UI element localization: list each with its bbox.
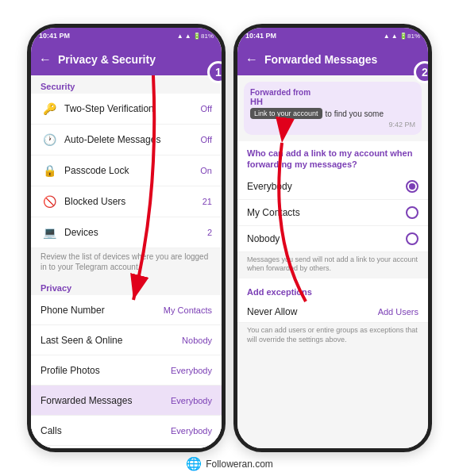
screen-content-1: Security 🔑 Two-Step Verification Off 🕐 A… <box>31 75 222 448</box>
two-step-icon: 🔑 <box>40 100 58 117</box>
badge-1: 1 <box>207 61 226 83</box>
header-title-2: Forwarded Messages <box>264 53 420 66</box>
list-item-phone[interactable]: Phone Number My Contacts <box>31 295 222 325</box>
radio-note: Messages you send will not add a link to… <box>237 252 428 278</box>
status-bar-1: 10:41 PM ▲ ▲ 🔋81% <box>31 28 222 44</box>
list-item-passcode[interactable]: 🔒 Passcode Lock On <box>31 155 222 186</box>
radio-everybody[interactable]: Everybody <box>237 174 428 200</box>
lastseen-value: Nobody <box>182 336 212 345</box>
radio-everybody-label: Everybody <box>247 181 406 192</box>
forwarded-preview: Forwarded from HH Link to your account t… <box>244 82 422 135</box>
radio-nobody-label: Nobody <box>247 233 406 244</box>
link-chip: Link to your account <box>250 108 322 119</box>
add-users-button[interactable]: Add Users <box>378 307 418 317</box>
security-note: Review the list of devices where you are… <box>31 248 222 277</box>
header-title-1: Privacy & Security <box>58 53 214 66</box>
forwarded-from-name: HH <box>250 97 415 106</box>
calls-label: Calls <box>40 425 171 436</box>
question-label: Who can add a link to my account when fo… <box>237 141 428 174</box>
watermark: 🌐 Followeran.com <box>186 456 273 471</box>
radio-options: Everybody My Contacts Nobody <box>237 174 428 252</box>
passcode-value: On <box>200 166 212 175</box>
status-time-1: 10:41 PM <box>39 32 70 40</box>
devices-value: 2 <box>207 228 212 237</box>
radio-nobody-circle <box>406 232 418 245</box>
forwarded-msg-row: Link to your account to find you some <box>250 108 415 119</box>
forwarded-text: to find you some <box>326 109 384 118</box>
main-container: 1 10:41 PM ▲ ▲ 🔋81% ← Privacy & Security… <box>0 0 459 476</box>
blocked-value: 21 <box>202 197 212 206</box>
radio-nobody[interactable]: Nobody <box>237 226 428 252</box>
blocked-icon: 🚫 <box>40 193 58 210</box>
profilephotos-label: Profile Photos <box>40 365 171 376</box>
autodelete-icon: 🕐 <box>40 131 58 148</box>
radio-mycontacts[interactable]: My Contacts <box>237 200 428 226</box>
exceptions-label: Add exceptions <box>247 287 312 297</box>
exceptions-section: Add exceptions <box>237 278 428 301</box>
status-time-2: 10:41 PM <box>245 32 276 40</box>
phone-1: 1 10:41 PM ▲ ▲ 🔋81% ← Privacy & Security… <box>27 24 226 452</box>
lastseen-label: Last Seen & Online <box>40 335 182 346</box>
never-allow-label: Never Allow <box>247 306 297 317</box>
list-item-forwarded[interactable]: Forwarded Messages Everybody <box>31 386 222 416</box>
profilephotos-value: Everybody <box>171 366 212 375</box>
phone-value: My Contacts <box>164 305 212 315</box>
exceptions-note: You can add users or entire groups as ex… <box>237 323 428 349</box>
phone-label: Phone Number <box>40 305 164 316</box>
screen-content-2: Forwarded from HH Link to your account t… <box>237 75 428 448</box>
blocked-label: Blocked Users <box>64 196 202 207</box>
calls-value: Everybody <box>171 426 212 436</box>
passcode-icon: 🔒 <box>40 162 58 179</box>
globe-icon: 🌐 <box>186 456 202 471</box>
radio-everybody-circle <box>406 180 418 193</box>
forwarded-label: Forwarded Messages <box>40 395 171 406</box>
devices-label: Devices <box>64 227 207 238</box>
list-item-blocked[interactable]: 🚫 Blocked Users 21 <box>31 186 222 217</box>
status-bar-2: 10:41 PM ▲ ▲ 🔋81% <box>237 28 428 44</box>
forwarded-from-label: Forwarded from <box>250 88 415 97</box>
list-item-two-step[interactable]: 🔑 Two-Step Verification Off <box>31 94 222 125</box>
radio-mycontacts-label: My Contacts <box>247 207 406 218</box>
devices-icon: 💻 <box>40 224 58 241</box>
privacy-items: Phone Number My Contacts Last Seen & Onl… <box>31 295 222 448</box>
security-items: 🔑 Two-Step Verification Off 🕐 Auto-Delet… <box>31 94 222 248</box>
two-step-label: Two-Step Verification <box>64 103 201 114</box>
radio-mycontacts-circle <box>406 206 418 219</box>
list-item-calls[interactable]: Calls Everybody <box>31 416 222 446</box>
forwarded-value: Everybody <box>171 396 212 405</box>
status-icons-2: ▲ ▲ 🔋81% <box>384 33 420 40</box>
list-item-devices[interactable]: 💻 Devices 2 <box>31 217 222 248</box>
section-label-security: Security <box>31 75 222 94</box>
passcode-label: Passcode Lock <box>64 165 200 176</box>
exceptions-row[interactable]: Never Allow Add Users <box>237 301 428 323</box>
two-step-value: Off <box>201 104 212 113</box>
list-item-dob[interactable]: Date of Birth My Contacts <box>31 446 222 448</box>
msg-time: 9:42 PM <box>250 121 415 129</box>
list-item-autodelete[interactable]: 🕐 Auto-Delete Messages Off <box>31 125 222 155</box>
section-label-privacy: Privacy <box>31 277 222 295</box>
back-button-1[interactable]: ← <box>39 52 52 67</box>
badge-2: 2 <box>414 61 432 83</box>
autodelete-value: Off <box>201 135 212 144</box>
list-item-profilephotos[interactable]: Profile Photos Everybody <box>31 355 222 386</box>
watermark-text: Followeran.com <box>206 459 273 470</box>
phone-2: 2 10:41 PM ▲ ▲ 🔋81% ← Forwarded Messages… <box>233 24 432 452</box>
status-icons-1: ▲ ▲ 🔋81% <box>177 33 214 40</box>
app-header-1: ← Privacy & Security <box>31 44 222 75</box>
list-item-lastseen[interactable]: Last Seen & Online Nobody <box>31 325 222 355</box>
back-button-2[interactable]: ← <box>245 52 258 67</box>
app-header-2: ← Forwarded Messages <box>237 44 428 75</box>
autodelete-label: Auto-Delete Messages <box>64 134 201 145</box>
